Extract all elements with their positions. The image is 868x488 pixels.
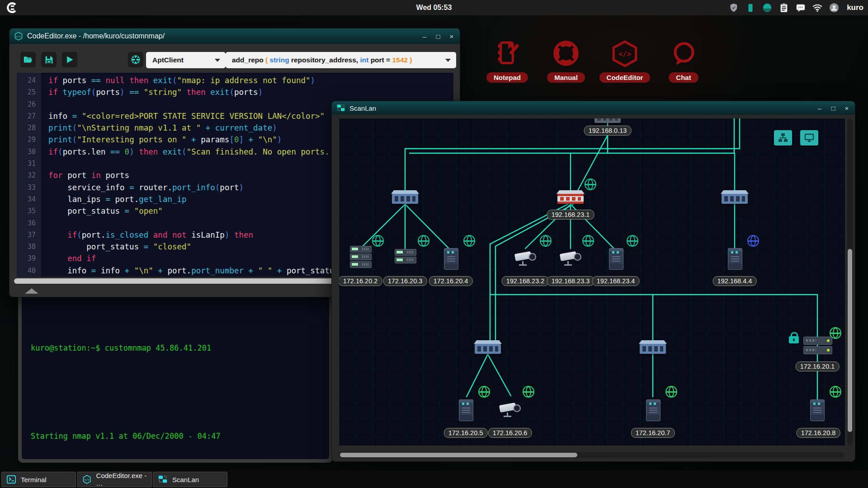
code-text: info = info + "\n" + port.port_number + … [41, 265, 334, 277]
node-camera[interactable] [498, 402, 522, 417]
code-text [41, 99, 48, 110]
api-client-dropdown[interactable]: AptClient [146, 52, 226, 68]
node-server[interactable] [350, 246, 372, 268]
run-button[interactable] [62, 52, 77, 67]
taskbar-item-scanlan[interactable]: ScanLan [153, 472, 227, 487]
node-switch[interactable] [392, 194, 418, 204]
node-label[interactable]: 192.168.23.3 [547, 276, 594, 286]
node-camera[interactable] [513, 250, 538, 266]
line-number: 28 [17, 122, 41, 134]
chat-status-icon[interactable] [796, 3, 806, 13]
shield-check-icon[interactable] [729, 3, 739, 13]
device-view-button[interactable] [800, 130, 818, 145]
line-number: 31 [17, 158, 41, 169]
node-desktop[interactable] [646, 399, 660, 421]
line-number: 40 [17, 265, 41, 277]
line-number: 36 [17, 217, 41, 229]
package-api-button[interactable] [128, 52, 143, 67]
top-status-bar: Wed 05:53 [0, 0, 868, 15]
node-switch[interactable] [475, 344, 501, 354]
username: kuro [847, 3, 863, 12]
node-router[interactable] [803, 337, 832, 354]
expand-up-icon[interactable] [25, 288, 38, 294]
maximize-button[interactable]: □ [829, 104, 838, 112]
notepad-icon [492, 40, 522, 70]
line-number: 34 [17, 193, 41, 205]
close-button[interactable]: × [842, 104, 851, 112]
taskbar-item-terminal[interactable]: Terminal [1, 472, 76, 487]
taskbar-item-codeeditor[interactable]: </> CodeEditor.exe - … [77, 472, 152, 487]
network-tree-button[interactable] [774, 130, 792, 145]
desktop-icon-notepad[interactable]: Notepad [480, 40, 534, 83]
desktop-icon-chat[interactable]: Chat [656, 40, 711, 83]
node-switch[interactable] [640, 344, 666, 354]
code-text: port_status = "open" [41, 205, 163, 217]
node-label[interactable]: 172.16.20.7 [631, 428, 675, 438]
code-text: lan_ips = port.get_lan_ip [41, 193, 187, 205]
disk-usage-icon[interactable] [762, 3, 772, 13]
desktop-icon-label: Chat [669, 72, 698, 83]
node-label[interactable]: 172.16.20.1 [796, 361, 840, 371]
horizontal-scrollbar[interactable] [339, 452, 844, 458]
node-label[interactable]: 192.168.4.4 [713, 276, 757, 286]
code-text: print("\nStarting nmap v1.1 at " + curre… [41, 122, 277, 134]
vertical-scrollbar[interactable] [847, 118, 853, 445]
node-label[interactable]: 192.168.0.13 [584, 126, 632, 136]
node-label[interactable]: 172.16.20.8 [797, 428, 840, 438]
wifi-icon[interactable] [812, 3, 822, 13]
node-desktop[interactable] [810, 399, 825, 421]
scrollbar-handle[interactable] [340, 453, 577, 457]
node-label[interactable]: 172.16.20.3 [383, 276, 427, 286]
node-label[interactable]: 172.16.20.5 [444, 428, 488, 438]
node-desktop[interactable] [444, 248, 458, 270]
floppy-save-icon [44, 55, 54, 65]
scanlan-window: ScanLan – □ × [331, 101, 855, 462]
close-button[interactable]: × [447, 33, 456, 40]
line-number: 32 [17, 169, 41, 181]
save-button[interactable] [41, 52, 57, 67]
battery-icon[interactable] [745, 3, 755, 13]
node-label[interactable]: 172.16.20.6 [488, 428, 532, 438]
maximize-button[interactable]: □ [434, 33, 443, 40]
scanlan-titlebar[interactable]: ScanLan – □ × [332, 101, 855, 115]
terminal-line: Starting nmap v1.1 at 06/Dec/2000 - 04:4… [31, 431, 326, 441]
node-label[interactable]: 192.168.23.1 [547, 210, 594, 220]
chevron-down-icon [215, 59, 220, 62]
scrollbar-handle[interactable] [848, 249, 852, 432]
line-number: 39 [17, 253, 41, 264]
node-label[interactable]: 192.168.23.4 [592, 276, 640, 286]
clipboard-icon[interactable] [779, 3, 789, 13]
line-number: 37 [17, 229, 41, 241]
internet-globe-icon [478, 386, 490, 398]
node-label[interactable]: 172.16.20.4 [429, 276, 473, 286]
terminal-icon [6, 474, 16, 484]
minimize-button[interactable]: – [815, 104, 824, 112]
window-title: CodeEditor.exe - /home/kuro/customnmap/ [27, 32, 165, 40]
node-switch[interactable] [722, 194, 748, 204]
desktop-icon-codeeditor[interactable]: </> CodeEditor [598, 40, 652, 83]
node-switch-uplink[interactable] [594, 118, 621, 123]
node-desktop[interactable] [728, 248, 742, 270]
open-file-button[interactable] [20, 52, 36, 67]
node-desktop[interactable] [459, 399, 473, 421]
line-number: 25 [17, 86, 41, 98]
node-switch-target[interactable] [557, 194, 584, 204]
desktop-icon-manual[interactable]: Manual [539, 40, 593, 83]
code-line: 24 if ports == null then exit("nmap: ip … [17, 75, 453, 86]
node-desktop[interactable] [609, 248, 623, 270]
codeeditor-titlebar[interactable]: </> CodeEditor.exe - /home/kuro/customnm… [9, 28, 460, 44]
method-signature-dropdown[interactable]: add_repo ( string repository_address, in… [226, 52, 456, 68]
node-server[interactable] [395, 249, 416, 263]
minimize-button[interactable]: – [420, 33, 429, 40]
code-text: if typeof(ports) == "string" then exit(p… [41, 86, 263, 98]
network-map[interactable]: 192.168.0.13 192.168.23.1 172.16.20.2 17… [339, 118, 845, 446]
desktop: Wed 05:53 [0, 0, 868, 488]
user-avatar-icon[interactable] [829, 3, 839, 13]
node-label[interactable]: 172.16.20.2 [339, 276, 382, 286]
node-camera[interactable] [558, 250, 583, 266]
node-label[interactable]: 192.168.23.2 [502, 276, 549, 286]
code-text: info = "<color=red>PORT STATE SERVICE VE… [41, 110, 325, 122]
terminal-window: kuro@station:~$ customnmap 45.86.41.201 … [18, 287, 333, 463]
chat-bubble-icon [669, 40, 698, 70]
terminal-screen[interactable]: kuro@station:~$ customnmap 45.86.41.201 … [22, 291, 329, 459]
